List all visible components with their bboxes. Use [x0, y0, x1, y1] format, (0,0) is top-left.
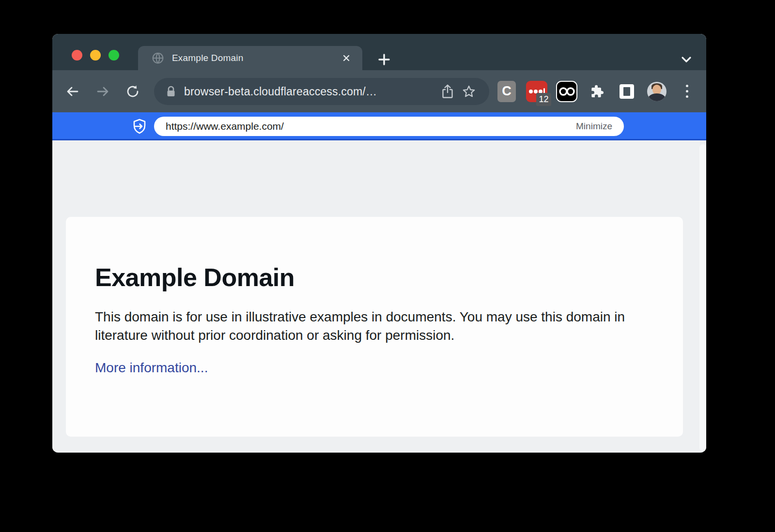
tab-close-icon[interactable]	[339, 51, 354, 65]
browser-tab[interactable]: Example Domain	[138, 46, 362, 70]
browser-toolbar: browser-beta.cloudflareaccess.com/… C	[52, 70, 706, 112]
zoom-window-button[interactable]	[108, 50, 119, 61]
remote-url-input[interactable]: https://www.example.com/ Minimize	[154, 117, 624, 136]
address-bar[interactable]: browser-beta.cloudflareaccess.com/…	[154, 78, 489, 105]
tab-strip: Example Domain	[52, 34, 706, 70]
extension-lastpass-button[interactable]: 12	[526, 70, 547, 112]
extension-c-icon: C	[497, 81, 516, 102]
vertical-scrollbar[interactable]	[699, 144, 706, 451]
browser-window: Example Domain	[52, 34, 706, 453]
traffic-lights	[72, 50, 119, 61]
side-panel-button[interactable]	[616, 70, 637, 112]
lock-icon	[166, 85, 176, 98]
isolation-shield-icon	[131, 118, 148, 135]
address-bar-url: browser-beta.cloudflareaccess.com/…	[184, 85, 437, 98]
example-domain-card: Example Domain This domain is for use in…	[66, 217, 683, 437]
page-paragraph: This domain is for use in illustrative e…	[95, 308, 652, 345]
remote-browser-url-bar: https://www.example.com/ Minimize	[52, 112, 706, 140]
extensions-row: C 12	[496, 70, 698, 112]
side-panel-icon	[620, 84, 634, 99]
bookmark-button[interactable]	[458, 81, 480, 102]
browser-menu-button[interactable]	[676, 70, 698, 112]
page-viewport: Example Domain This domain is for use in…	[52, 140, 706, 451]
tab-search-button[interactable]	[678, 51, 695, 68]
reload-button[interactable]	[122, 81, 143, 102]
extension-badge: 12	[536, 93, 551, 106]
extensions-menu-button[interactable]	[586, 70, 607, 112]
globe-favicon-icon	[152, 52, 164, 64]
profile-button[interactable]	[646, 70, 667, 112]
lastpass-icon: 12	[526, 81, 547, 102]
extension-two-circles-button[interactable]	[556, 70, 577, 112]
kebab-menu-icon	[686, 85, 688, 98]
back-button[interactable]	[62, 81, 83, 102]
extension-c-button[interactable]: C	[496, 70, 517, 112]
two-circles-icon	[556, 81, 577, 102]
plus-icon	[378, 53, 390, 66]
puzzle-piece-icon	[589, 84, 604, 99]
new-tab-button[interactable]	[376, 51, 392, 68]
profile-avatar	[647, 82, 666, 101]
back-arrow-icon	[65, 84, 80, 99]
minimize-window-button[interactable]	[90, 50, 101, 61]
forward-arrow-icon	[95, 84, 110, 99]
share-button[interactable]	[437, 81, 458, 102]
star-icon	[462, 85, 476, 98]
more-information-link[interactable]: More information...	[95, 360, 208, 376]
share-icon	[441, 84, 454, 99]
remote-url-value: https://www.example.com/	[166, 121, 576, 132]
chevron-down-icon	[680, 53, 693, 66]
tab-title: Example Domain	[172, 53, 339, 63]
close-window-button[interactable]	[72, 50, 82, 61]
minimize-bar-button[interactable]: Minimize	[576, 121, 612, 132]
reload-icon	[125, 84, 140, 99]
forward-button[interactable]	[92, 81, 113, 102]
page-title: Example Domain	[95, 263, 654, 292]
